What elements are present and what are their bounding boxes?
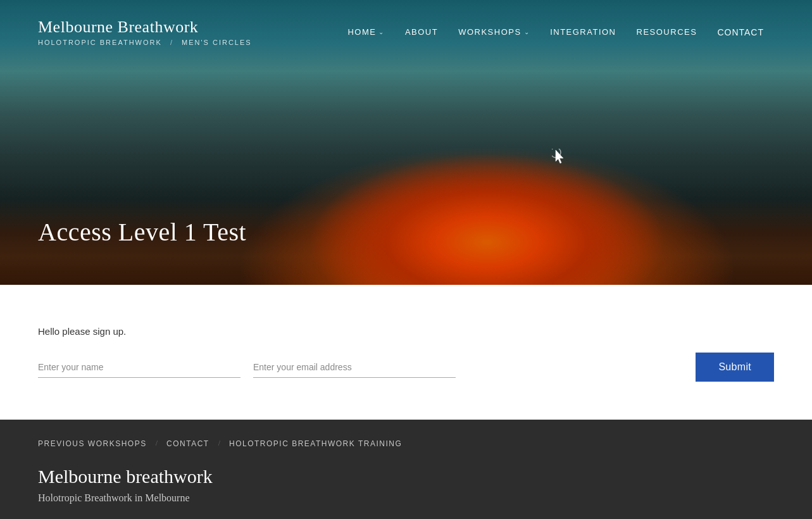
nav-item-contact[interactable]: CONTACT <box>707 22 774 42</box>
nav-link-workshops[interactable]: WORKSHOPS ⌄ <box>448 22 540 42</box>
footer-link-previous-workshops[interactable]: PREVIOUS WORKSHOPS <box>38 439 147 448</box>
hero-content: Access Level 1 Test <box>38 217 246 247</box>
nav-item-about[interactable]: ABOUT <box>395 22 448 42</box>
hero-title: Access Level 1 Test <box>38 217 246 247</box>
submit-button[interactable]: Submit <box>696 353 774 382</box>
nav-link-about[interactable]: ABOUT <box>395 22 448 42</box>
footer-links: PREVIOUS WORKSHOPS / CONTACT / HOLOTROPI… <box>38 439 774 448</box>
hero-section: Melbourne Breathwork HOLOTROPIC BREATHWO… <box>0 0 812 285</box>
navbar: Melbourne Breathwork HOLOTROPIC BREATHWO… <box>0 0 812 59</box>
nav-item-workshops[interactable]: WORKSHOPS ⌄ <box>448 22 540 42</box>
nav-item-integration[interactable]: INTEGRATION <box>540 22 626 42</box>
footer-area: PREVIOUS WORKSHOPS / CONTACT / HOLOTROPI… <box>0 420 812 519</box>
footer-link-holotropic-training[interactable]: HOLOTROPIC BREATHWORK TRAINING <box>229 439 402 448</box>
main-content-area: Hello please sign up. Submit <box>0 285 812 420</box>
footer-brand-name: Melbourne breathwork <box>38 466 774 487</box>
signup-text: Hello please sign up. <box>38 323 774 340</box>
brand-name: Melbourne Breathwork <box>38 18 252 37</box>
footer-sep-2: / <box>218 439 220 448</box>
nav-item-home[interactable]: HOME ⌄ <box>337 22 395 42</box>
brand-tagline-1: HOLOTROPIC BREATHWORK <box>38 39 162 46</box>
signup-form: Submit <box>38 353 774 382</box>
brand-logo[interactable]: Melbourne Breathwork HOLOTROPIC BREATHWO… <box>38 18 252 46</box>
email-input[interactable] <box>253 357 456 378</box>
footer-link-contact[interactable]: CONTACT <box>166 439 209 448</box>
nav-link-home[interactable]: HOME ⌄ <box>337 22 395 42</box>
footer-tagline: Holotropic Breathwork in Melbourne <box>38 492 774 504</box>
nav-links: HOME ⌄ ABOUT WORKSHOPS ⌄ INTEGRATION <box>337 22 774 42</box>
footer-sep-1: / <box>156 439 158 448</box>
name-input[interactable] <box>38 357 240 378</box>
nav-link-contact[interactable]: CONTACT <box>707 22 774 42</box>
brand-tagline: HOLOTROPIC BREATHWORK / MEN'S CIRCLES <box>38 39 252 46</box>
nav-item-resources[interactable]: RESOURCES <box>627 22 708 42</box>
chevron-down-icon: ⌄ <box>524 28 530 35</box>
cursor-pointer-icon <box>552 149 567 164</box>
chevron-down-icon: ⌄ <box>378 28 385 35</box>
brand-separator: / <box>170 39 173 46</box>
brand-tagline-2: MEN'S CIRCLES <box>182 39 252 46</box>
nav-link-integration[interactable]: INTEGRATION <box>540 22 626 42</box>
nav-link-resources[interactable]: RESOURCES <box>627 22 708 42</box>
